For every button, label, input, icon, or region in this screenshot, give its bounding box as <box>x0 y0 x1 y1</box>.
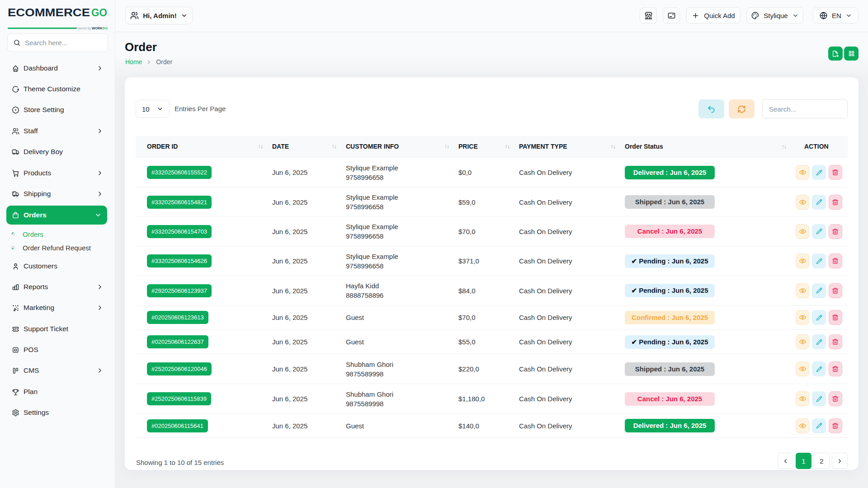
svg-text:ECOMMERCE: ECOMMERCE <box>8 7 90 18</box>
svg-text:GO: GO <box>91 7 107 18</box>
